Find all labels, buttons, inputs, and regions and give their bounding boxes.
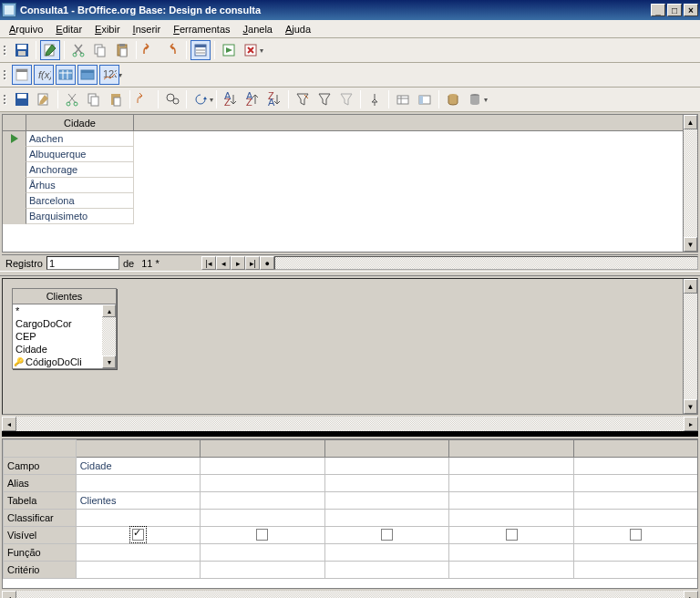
scroll-up-icon[interactable]: ▲: [684, 279, 697, 294]
menu-ferramentas[interactable]: Ferramentas: [168, 22, 235, 36]
design-view-icon[interactable]: [190, 40, 211, 60]
row-selector[interactable]: [3, 209, 26, 224]
cell[interactable]: Århus: [26, 178, 134, 193]
menu-editar[interactable]: Editar: [50, 22, 88, 36]
table-row[interactable]: Aachen: [3, 131, 683, 147]
table-row[interactable]: Barquisimeto: [3, 209, 683, 224]
autofilter-icon[interactable]: [293, 89, 313, 109]
close-button[interactable]: ×: [684, 4, 698, 16]
prev-record-icon[interactable]: ◂: [216, 256, 231, 270]
cell[interactable]: Anchorage: [26, 162, 134, 178]
scroll-down-icon[interactable]: ▾: [102, 356, 116, 368]
table-row[interactable]: Århus: [3, 178, 683, 193]
field-list-scrollbar[interactable]: ▴▾: [102, 304, 116, 368]
save-icon[interactable]: [12, 40, 32, 60]
minimize-button[interactable]: _: [651, 4, 665, 16]
row-campo[interactable]: Campo: [4, 458, 77, 475]
table-name-icon[interactable]: [56, 65, 76, 85]
paste-icon[interactable]: [106, 89, 126, 109]
scroll-track[interactable]: [684, 129, 697, 237]
maximize-button[interactable]: □: [667, 4, 682, 16]
record-number-input[interactable]: [46, 256, 119, 270]
nav-scroll-track[interactable]: [274, 256, 698, 270]
table-box-title[interactable]: Clientes: [13, 289, 116, 304]
scroll-right-icon[interactable]: ▸: [684, 591, 698, 598]
refresh-icon[interactable]: [190, 89, 211, 109]
scroll-track[interactable]: [16, 591, 684, 598]
visible-checkbox[interactable]: [256, 529, 268, 541]
copy-icon[interactable]: [84, 89, 104, 109]
table-row[interactable]: Albuquerque: [3, 147, 683, 162]
table-box-clientes[interactable]: Clientes *CargoDoCorCEPCidade🔑CódigoDoCl…: [12, 288, 117, 369]
visible-checkbox[interactable]: [630, 529, 642, 541]
row-selector[interactable]: [3, 178, 26, 193]
scroll-left-icon[interactable]: ◂: [2, 417, 16, 431]
add-table-icon[interactable]: [12, 65, 32, 85]
cut-icon[interactable]: [68, 40, 88, 60]
row-visivel[interactable]: Visível: [4, 527, 77, 544]
find-icon[interactable]: [162, 89, 182, 109]
new-record-icon[interactable]: ●: [260, 256, 274, 270]
scroll-down-icon[interactable]: ▼: [684, 237, 697, 252]
select-all-cell[interactable]: [3, 115, 26, 130]
paste-icon[interactable]: [112, 40, 132, 60]
scroll-down-icon[interactable]: ▼: [684, 399, 697, 414]
sort-desc-icon[interactable]: AZ: [242, 89, 262, 109]
column-header[interactable]: Cidade: [26, 115, 134, 130]
copy-icon[interactable]: [90, 40, 110, 60]
alias-icon[interactable]: [77, 65, 98, 85]
clear-query-icon[interactable]: [241, 40, 261, 60]
cell[interactable]: Barcelona: [26, 193, 134, 209]
cell[interactable]: Aachen: [26, 131, 134, 147]
column-slot[interactable]: [449, 440, 574, 458]
last-record-icon[interactable]: ▸|: [245, 256, 260, 270]
visible-checkbox[interactable]: [381, 529, 393, 541]
row-selector[interactable]: [3, 147, 26, 162]
menu-janela[interactable]: Janela: [238, 22, 278, 36]
table-field[interactable]: *: [13, 304, 116, 317]
scroll-right-icon[interactable]: ▸: [684, 417, 698, 431]
scroll-up-icon[interactable]: ▴: [102, 304, 116, 317]
cell[interactable]: Albuquerque: [26, 147, 134, 162]
visible-checkbox[interactable]: [506, 529, 518, 541]
table-field[interactable]: CargoDoCor: [13, 317, 116, 330]
splitter[interactable]: [0, 271, 700, 276]
design-canvas[interactable]: Clientes *CargoDoCorCEPCidade🔑CódigoDoCl…: [3, 279, 683, 414]
column-slot[interactable]: [573, 440, 697, 458]
table-layout-icon[interactable]: [393, 89, 413, 109]
row-funcao[interactable]: Função: [4, 544, 77, 562]
datasource2-icon[interactable]: [465, 89, 485, 109]
row-classificar[interactable]: Classificar: [4, 510, 77, 527]
save-record-icon[interactable]: [12, 89, 32, 109]
scroll-up-icon[interactable]: ▲: [684, 115, 697, 129]
visible-checkbox[interactable]: [132, 529, 144, 541]
first-record-icon[interactable]: |◂: [201, 256, 216, 270]
row-selector[interactable]: [3, 162, 26, 178]
redo-icon[interactable]: [162, 40, 182, 60]
toolbar-grip[interactable]: [4, 90, 8, 108]
menu-arquivo[interactable]: Arquivo: [4, 22, 48, 36]
distinct-values-icon[interactable]: 123: [99, 65, 119, 85]
row-selector[interactable]: [3, 193, 26, 209]
undo-icon[interactable]: [140, 40, 160, 60]
edit-data-icon[interactable]: [34, 89, 54, 109]
row-criterio[interactable]: Critério: [4, 562, 77, 579]
splitter-thick[interactable]: [2, 431, 698, 437]
scroll-track[interactable]: [16, 417, 684, 431]
column-slot[interactable]: [201, 440, 325, 458]
toolbar-grip[interactable]: [4, 41, 8, 59]
scroll-left-icon[interactable]: ◂: [2, 591, 16, 598]
sort-asc-icon[interactable]: AZ: [221, 89, 241, 109]
vertical-scrollbar[interactable]: ▲ ▼: [683, 115, 697, 252]
toolbar-grip[interactable]: [4, 66, 8, 84]
vertical-scrollbar[interactable]: ▲ ▼: [683, 279, 697, 414]
row-selector[interactable]: [3, 131, 26, 147]
table-field[interactable]: CEP: [13, 330, 116, 343]
remove-filter-icon[interactable]: [336, 89, 356, 109]
next-record-icon[interactable]: ▸: [231, 256, 245, 270]
cut-icon[interactable]: [62, 89, 82, 109]
functions-icon[interactable]: f(x): [34, 65, 54, 85]
row-alias[interactable]: Alias: [4, 475, 77, 492]
run-query-icon[interactable]: [219, 40, 239, 60]
filter-icon[interactable]: [314, 89, 335, 109]
